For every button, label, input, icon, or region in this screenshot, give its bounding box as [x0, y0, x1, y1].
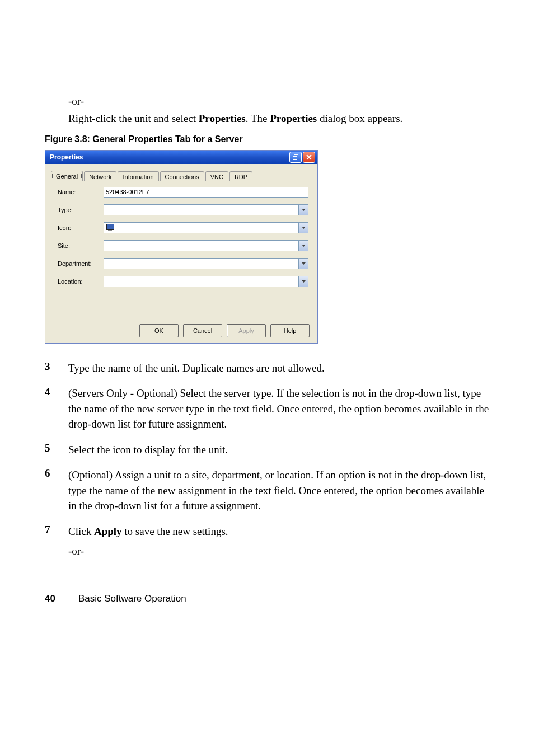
site-value — [104, 241, 298, 251]
step-7-num: 7 — [45, 524, 68, 559]
type-label: Type: — [58, 206, 104, 213]
department-label: Department: — [58, 260, 104, 267]
svg-rect-1 — [293, 156, 297, 159]
step-3-text: Type the name of the unit. Duplicate nam… — [68, 360, 489, 376]
intro-or: -or- — [68, 95, 489, 107]
close-button[interactable] — [303, 152, 315, 163]
svg-marker-4 — [302, 209, 306, 211]
help-button[interactable]: Help — [270, 324, 310, 337]
department-value — [104, 259, 298, 269]
step-6-num: 6 — [45, 467, 68, 514]
svg-marker-6 — [302, 245, 306, 247]
tab-information[interactable]: Information — [118, 171, 158, 181]
figure-caption: Figure 3.8: General Properties Tab for a… — [45, 134, 489, 144]
step-3-num: 3 — [45, 360, 68, 376]
restore-button[interactable] — [289, 152, 302, 163]
type-value — [104, 205, 298, 215]
intro-text: Right-click the unit and select Properti… — [68, 111, 489, 126]
tab-network[interactable]: Network — [84, 171, 116, 181]
section-title: Basic Software Operation — [78, 593, 186, 604]
tab-rdp[interactable]: RDP — [229, 171, 252, 181]
titlebar[interactable]: Properties — [45, 151, 317, 164]
monitor-icon — [106, 224, 115, 232]
icon-value — [104, 223, 298, 233]
chevron-down-icon[interactable] — [298, 223, 308, 233]
footer-divider — [67, 593, 67, 605]
cancel-button[interactable]: Cancel — [183, 324, 222, 337]
name-input[interactable] — [104, 187, 308, 198]
page-number: 40 — [45, 593, 55, 604]
site-combo[interactable] — [104, 240, 308, 251]
restore-icon — [293, 154, 298, 160]
type-combo[interactable] — [104, 204, 308, 215]
step-7-text: Click Apply to save the new settings. -o… — [68, 524, 489, 559]
help-rest: elp — [288, 327, 297, 334]
department-combo[interactable] — [104, 258, 308, 269]
step-4-text: (Servers Only - Optional) Select the ser… — [68, 386, 489, 432]
chevron-down-icon[interactable] — [298, 205, 308, 215]
step-5-num: 5 — [45, 442, 68, 458]
icon-combo[interactable] — [104, 222, 308, 233]
tab-general[interactable]: General — [51, 171, 83, 181]
site-label: Site: — [58, 242, 104, 249]
step-7-or: -or- — [68, 543, 489, 559]
location-label: Location: — [58, 278, 104, 285]
page-footer: 40 Basic Software Operation — [45, 593, 489, 605]
svg-marker-8 — [302, 280, 306, 283]
dialog-title: Properties — [50, 153, 288, 161]
intro-part-e: dialog box appears. — [317, 112, 402, 124]
close-icon — [306, 154, 312, 160]
chevron-down-icon[interactable] — [298, 241, 308, 251]
intro-bold-1: Properties — [199, 112, 246, 124]
properties-dialog: Properties General Network Information C… — [45, 150, 318, 344]
intro-bold-2: Properties — [270, 112, 317, 124]
step-5-text: Select the icon to display for the unit. — [68, 442, 489, 458]
step-6-text: (Optional) Assign a unit to a site, depa… — [68, 467, 489, 514]
name-label: Name: — [58, 189, 104, 195]
location-combo[interactable] — [104, 276, 308, 287]
tab-vnc[interactable]: VNC — [205, 171, 228, 181]
chevron-down-icon[interactable] — [298, 276, 308, 287]
svg-marker-5 — [302, 227, 306, 229]
ok-button[interactable]: OK — [139, 324, 179, 337]
step-4-num: 4 — [45, 386, 68, 432]
intro-part-a: Right-click the unit and select — [68, 112, 199, 124]
chevron-down-icon[interactable] — [298, 259, 308, 269]
apply-button[interactable]: Apply — [227, 324, 266, 337]
help-mnemonic: H — [284, 327, 288, 334]
step-7-b: to save the new settings. — [122, 525, 228, 537]
icon-label: Icon: — [58, 224, 104, 231]
intro-part-c: . The — [246, 112, 270, 124]
step-7-a: Click — [68, 525, 94, 537]
location-value — [104, 276, 298, 287]
svg-marker-7 — [302, 262, 306, 265]
tabstrip: General Network Information Connections … — [51, 168, 312, 181]
tab-connections[interactable]: Connections — [160, 171, 204, 181]
step-7-bold: Apply — [94, 525, 122, 537]
